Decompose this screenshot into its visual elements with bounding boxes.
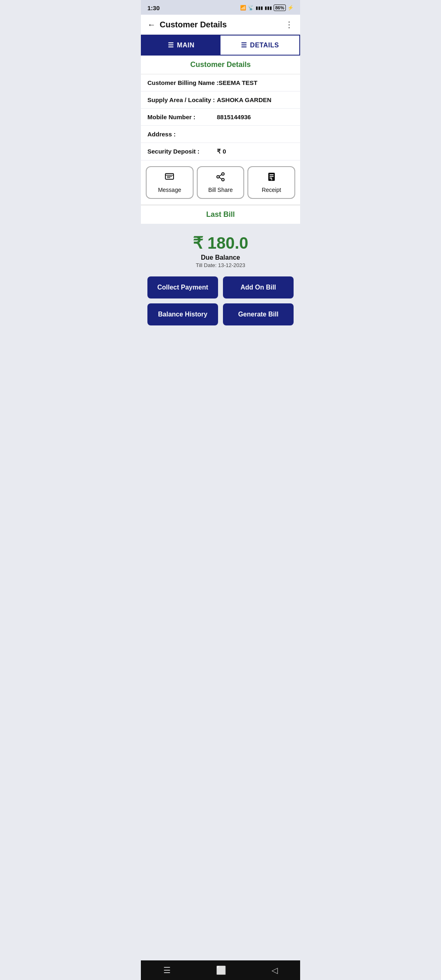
status-bar: 1:30 📶 📡 ▮▮▮ ▮▮▮ 86% ⚡: [141, 0, 300, 15]
security-deposit-row: Security Deposit : ₹ 0: [141, 143, 300, 160]
menu-icon-main: ☰: [168, 41, 174, 49]
tab-main[interactable]: ☰ MAIN: [142, 36, 220, 55]
supply-area-row: Supply Area / Locality : ASHOKA GARDEN: [141, 91, 300, 109]
status-time: 1:30: [147, 4, 160, 11]
address-label: Address :: [147, 131, 217, 138]
page-title: Customer Details: [160, 20, 227, 29]
collect-payment-button[interactable]: Collect Payment: [147, 276, 218, 298]
more-options-button[interactable]: ⋮: [285, 20, 294, 29]
billing-name-row: Customer Billing Name : SEEMA TEST: [141, 74, 300, 91]
svg-point-4: [222, 173, 224, 175]
charging-icon: ⚡: [287, 5, 294, 11]
receipt-icon: $: [267, 172, 276, 184]
signal-bars1: ▮▮▮: [256, 5, 263, 11]
bill-share-icon: [216, 172, 225, 184]
battery-indicator: 86%: [274, 4, 286, 11]
add-on-bill-button[interactable]: Add On Bill: [223, 276, 294, 298]
tab-bar: ☰ MAIN ☰ DETAILS: [141, 35, 300, 56]
bill-share-button[interactable]: Bill Share: [197, 166, 245, 199]
wifi-icon: 📶: [240, 5, 246, 11]
address-row: Address :: [141, 126, 300, 143]
supply-area-label: Supply Area / Locality :: [147, 96, 217, 103]
mobile-number-row: Mobile Number : 8815144936: [141, 109, 300, 126]
svg-point-6: [222, 178, 224, 181]
receipt-button[interactable]: $ Receipt: [247, 166, 295, 199]
customer-details-title: Customer Details: [141, 56, 300, 74]
generate-bill-button[interactable]: Generate Bill: [223, 303, 294, 325]
big-buttons-grid: Collect Payment Add On Bill Balance Hist…: [147, 276, 294, 325]
svg-line-8: [219, 178, 222, 179]
status-icons: 📶 📡 ▮▮▮ ▮▮▮ 86% ⚡: [240, 4, 294, 11]
balance-history-button[interactable]: Balance History: [147, 303, 218, 325]
security-deposit-label: Security Deposit :: [147, 148, 217, 155]
svg-rect-11: [270, 176, 274, 177]
mobile-number-value: 8815144936: [217, 114, 251, 120]
bill-amount: ₹ 180.0: [193, 234, 248, 252]
bottom-spacer: [141, 337, 300, 361]
svg-text:$: $: [271, 178, 272, 181]
svg-rect-10: [270, 174, 274, 175]
message-button[interactable]: Message: [146, 166, 194, 199]
supply-area-value: ASHOKA GARDEN: [217, 96, 272, 103]
bill-section: ₹ 180.0 Due Balance Till Date: 13-12-202…: [141, 224, 300, 337]
header-left: ← Customer Details: [147, 20, 227, 29]
message-icon: [165, 172, 174, 184]
last-bill-title: Last Bill: [141, 205, 300, 224]
signal-bars2: ▮▮▮: [265, 5, 272, 11]
app-header: ← Customer Details ⋮: [141, 15, 300, 35]
due-date: Till Date: 13-12-2023: [196, 262, 245, 268]
tab-details[interactable]: ☰ DETAILS: [220, 36, 299, 55]
back-button[interactable]: ←: [147, 20, 156, 29]
message-label: Message: [158, 187, 181, 193]
mobile-number-label: Mobile Number :: [147, 114, 217, 120]
customer-info-section: Customer Billing Name : SEEMA TEST Suppl…: [141, 74, 300, 160]
receipt-label: Receipt: [262, 187, 281, 193]
bill-share-label: Bill Share: [208, 187, 233, 193]
svg-line-7: [219, 175, 222, 176]
svg-point-5: [217, 176, 219, 178]
tab-details-label: DETAILS: [250, 42, 279, 49]
billing-name-label: Customer Billing Name :: [147, 79, 218, 86]
menu-icon-details: ☰: [241, 41, 247, 49]
due-balance-label: Due Balance: [201, 254, 240, 261]
tab-main-label: MAIN: [177, 42, 194, 49]
action-buttons-row: Message Bill Share $ Receipt: [141, 160, 300, 205]
signal-icon: 📡: [248, 5, 254, 11]
security-deposit-value: ₹ 0: [217, 148, 226, 155]
billing-name-value: SEEMA TEST: [218, 79, 257, 86]
